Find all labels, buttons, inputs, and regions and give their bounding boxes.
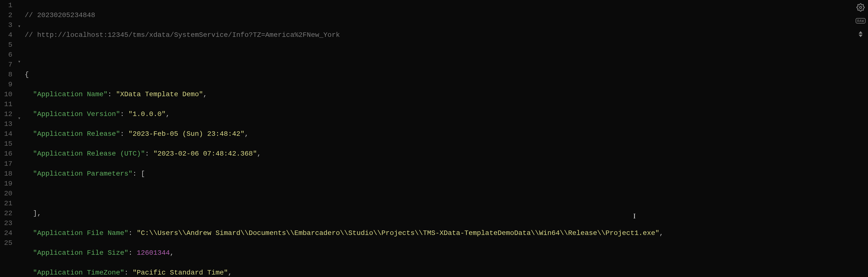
code-line: // 20230205234848	[25, 10, 663, 20]
line-number: 3	[0, 20, 16, 30]
code-line: "Application Parameters": [	[25, 169, 663, 179]
fold-toggle-icon[interactable]: ▾	[16, 114, 23, 121]
raw-label: RAW	[856, 18, 866, 24]
code-line: "Application Release (UTC)": "2023-02-06…	[25, 149, 663, 159]
line-number: 19	[0, 179, 16, 189]
comment-timestamp: // 20230205234848	[25, 11, 95, 19]
line-number: 21	[0, 199, 16, 209]
text-cursor-icon: I	[633, 211, 636, 221]
code-line: "Application Version": "1.0.0.0",	[25, 109, 663, 119]
line-number: 13	[0, 119, 16, 129]
code-area: // 20230205234848 // http://localhost:12…	[25, 0, 663, 277]
code-line	[25, 189, 663, 199]
fold-column: ▾▾▾	[16, 0, 23, 177]
fold-toggle-icon[interactable]: ▾	[16, 22, 23, 29]
line-number: 9	[0, 80, 16, 89]
line-number: 8	[0, 70, 16, 80]
line-number-gutter: 1234567891011121314151617181920212223242…	[0, 0, 16, 248]
raw-toggle[interactable]: RAW	[856, 16, 866, 26]
line-number: 5	[0, 40, 16, 50]
gear-icon[interactable]	[856, 2, 866, 12]
line-number: 14	[0, 129, 16, 139]
line-number: 18	[0, 169, 16, 179]
code-line: "Application TimeZone": "Pacific Standar…	[25, 268, 663, 277]
svg-point-0	[860, 6, 862, 9]
line-number: 15	[0, 139, 16, 149]
line-number: 6	[0, 50, 16, 60]
line-number: 16	[0, 149, 16, 159]
viewer-toolbar: RAW	[856, 2, 866, 39]
line-number: 20	[0, 189, 16, 199]
line-number: 17	[0, 159, 16, 169]
fold-toggle-icon[interactable]: ▾	[16, 57, 23, 64]
line-number: 23	[0, 218, 16, 228]
line-number: 10	[0, 89, 16, 100]
comment-url: // http://localhost:12345/tms/xdata/Syst…	[25, 31, 340, 39]
line-number: 11	[0, 100, 16, 109]
code-line: // http://localhost:12345/tms/xdata/Syst…	[25, 30, 663, 40]
line-number: 12	[0, 109, 16, 119]
code-line: "Application File Size": 12601344,	[25, 248, 663, 258]
line-number: 7	[0, 60, 16, 70]
line-number: 4	[0, 30, 16, 40]
code-line	[25, 50, 663, 60]
code-line: "Application Release": "2023-Feb-05 (Sun…	[25, 129, 663, 139]
code-line: ],	[25, 209, 663, 218]
line-number: 24	[0, 228, 16, 238]
line-number: 25	[0, 238, 16, 248]
code-line: {	[25, 70, 663, 80]
line-number: 1	[0, 0, 16, 10]
line-number: 2	[0, 10, 16, 20]
code-line: "Application Name": "XData Template Demo…	[25, 89, 663, 100]
line-number: 22	[0, 209, 16, 218]
scroll-arrows-icon[interactable]	[856, 29, 866, 39]
code-line: "Application File Name": "C:\\Users\\And…	[25, 228, 663, 238]
